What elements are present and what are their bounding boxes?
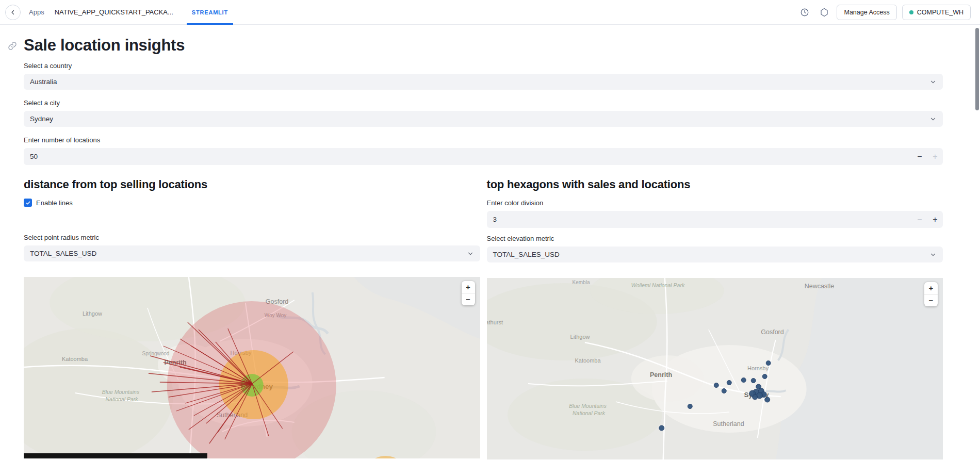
top-bar: Apps NATIVE_APP_QUICKSTART_PACKA... STRE… bbox=[0, 0, 980, 25]
warehouse-label: COMPUTE_WH bbox=[917, 9, 963, 16]
map-attribution-bar bbox=[24, 453, 207, 458]
elevation-metric-select[interactable]: TOTAL_SALES_USD bbox=[487, 247, 943, 262]
city-select-label: Select a city bbox=[24, 99, 943, 107]
distance-map[interactable]: LithgowGosfordWoy WoyKatoombaSpringwoodH… bbox=[24, 277, 480, 458]
radius-metric-value: TOTAL_SALES_USD bbox=[30, 250, 467, 257]
link-anchor-icon[interactable] bbox=[8, 41, 17, 53]
hexagon-map[interactable]: KemblaWollemi National ParkNewcastleBath… bbox=[487, 278, 943, 459]
country-select-label: Select a country bbox=[24, 62, 943, 70]
map-data-overlay bbox=[487, 278, 943, 459]
map-zoom-control[interactable]: + − bbox=[924, 282, 938, 306]
tab-streamlit[interactable]: STREAMLIT bbox=[187, 0, 233, 25]
checkbox-checked-icon[interactable] bbox=[24, 199, 32, 207]
zoom-in-button[interactable]: + bbox=[924, 282, 938, 294]
country-select-value: Australia bbox=[30, 78, 929, 86]
city-select-value: Sydney bbox=[30, 115, 929, 123]
locations-input-value: 50 bbox=[24, 153, 912, 160]
hexagon-section: top hexagons with sales and locations En… bbox=[487, 178, 943, 459]
warehouse-status-dot bbox=[909, 10, 913, 14]
locations-input-label: Enter number of locations bbox=[24, 136, 943, 144]
zoom-out-button[interactable]: − bbox=[462, 293, 475, 305]
zoom-out-button[interactable]: − bbox=[924, 294, 938, 306]
chevron-down-icon bbox=[929, 251, 937, 258]
breadcrumb-app-name[interactable]: NATIVE_APP_QUICKSTART_PACKA... bbox=[55, 8, 173, 16]
radius-metric-select[interactable]: TOTAL_SALES_USD bbox=[24, 245, 480, 261]
color-division-increment-button[interactable]: + bbox=[927, 211, 943, 228]
manage-access-button[interactable]: Manage Access bbox=[837, 5, 896, 20]
elevation-metric-label: Select elevation metric bbox=[487, 235, 943, 242]
breadcrumb-apps[interactable]: Apps bbox=[29, 8, 44, 16]
chevron-down-icon bbox=[467, 250, 474, 257]
scrollbar-thumb[interactable] bbox=[975, 28, 979, 110]
manage-access-label: Manage Access bbox=[844, 9, 889, 16]
radius-metric-label: Select point radius metric bbox=[24, 234, 480, 241]
zoom-in-button[interactable]: + bbox=[462, 281, 475, 293]
warehouse-button[interactable]: COMPUTE_WH bbox=[902, 5, 971, 20]
enable-lines-label[interactable]: Enable lines bbox=[36, 199, 73, 207]
map-data-overlay bbox=[24, 277, 480, 458]
color-division-label: Enter color division bbox=[487, 199, 943, 207]
chevron-left-icon bbox=[10, 9, 16, 15]
locations-increment-button[interactable]: + bbox=[927, 148, 943, 165]
history-clock-icon[interactable] bbox=[797, 5, 812, 20]
color-division-decrement-button[interactable]: − bbox=[912, 211, 927, 228]
distance-section-title: distance from top selling locations bbox=[24, 178, 480, 191]
color-division-input[interactable]: 3 − + bbox=[487, 211, 943, 228]
country-select[interactable]: Australia bbox=[24, 74, 943, 90]
hexagon-section-title: top hexagons with sales and locations bbox=[487, 178, 943, 191]
distance-section: distance from top selling locations Enab… bbox=[24, 178, 480, 459]
hexagon-icon[interactable] bbox=[817, 5, 831, 20]
chevron-down-icon bbox=[929, 78, 937, 86]
page-title: Sale location insights bbox=[24, 36, 943, 55]
back-button[interactable] bbox=[5, 5, 21, 20]
elevation-metric-value: TOTAL_SALES_USD bbox=[493, 251, 930, 258]
locations-number-input[interactable]: 50 − + bbox=[24, 148, 943, 165]
chevron-down-icon bbox=[929, 116, 937, 123]
color-division-value: 3 bbox=[487, 216, 912, 223]
enable-lines-checkbox[interactable]: Enable lines bbox=[24, 199, 480, 207]
locations-decrement-button[interactable]: − bbox=[912, 148, 927, 165]
map-zoom-control[interactable]: + − bbox=[462, 281, 475, 305]
city-select[interactable]: Sydney bbox=[24, 111, 943, 127]
app-content: Sale location insights Select a country … bbox=[0, 25, 980, 459]
